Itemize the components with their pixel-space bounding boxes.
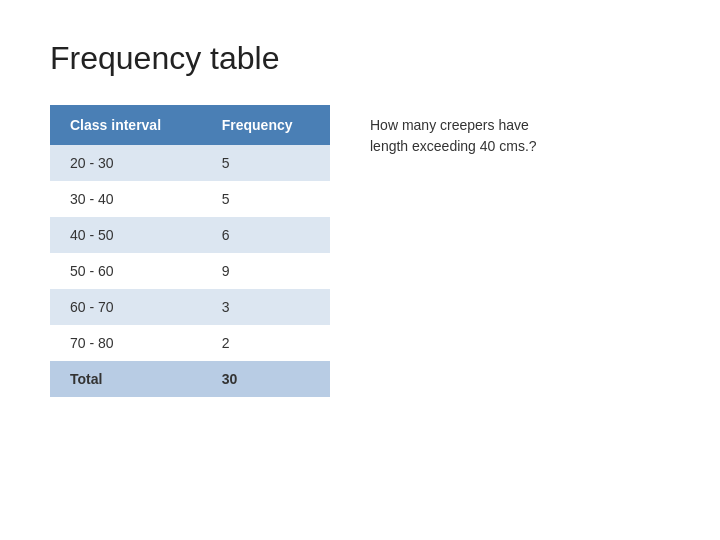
cell-interval: Total bbox=[50, 361, 202, 397]
table-row: 20 - 305 bbox=[50, 145, 330, 181]
side-note: How many creepers have length exceeding … bbox=[370, 115, 570, 157]
table-row: 30 - 405 bbox=[50, 181, 330, 217]
cell-frequency: 3 bbox=[202, 289, 330, 325]
table-row: Total30 bbox=[50, 361, 330, 397]
table-row: 60 - 703 bbox=[50, 289, 330, 325]
table-row: 50 - 609 bbox=[50, 253, 330, 289]
cell-frequency: 2 bbox=[202, 325, 330, 361]
table-wrapper: Class interval Frequency 20 - 30530 - 40… bbox=[50, 105, 330, 397]
header-frequency: Frequency bbox=[202, 105, 330, 145]
cell-frequency: 9 bbox=[202, 253, 330, 289]
cell-interval: 70 - 80 bbox=[50, 325, 202, 361]
cell-interval: 30 - 40 bbox=[50, 181, 202, 217]
page: Frequency table Class interval Frequency… bbox=[0, 0, 720, 540]
content-area: Class interval Frequency 20 - 30530 - 40… bbox=[50, 105, 670, 397]
cell-interval: 20 - 30 bbox=[50, 145, 202, 181]
table-row: 40 - 506 bbox=[50, 217, 330, 253]
table-header-row: Class interval Frequency bbox=[50, 105, 330, 145]
table-row: 70 - 802 bbox=[50, 325, 330, 361]
cell-frequency: 6 bbox=[202, 217, 330, 253]
cell-interval: 60 - 70 bbox=[50, 289, 202, 325]
frequency-table: Class interval Frequency 20 - 30530 - 40… bbox=[50, 105, 330, 397]
cell-interval: 40 - 50 bbox=[50, 217, 202, 253]
page-title: Frequency table bbox=[50, 40, 670, 77]
cell-interval: 50 - 60 bbox=[50, 253, 202, 289]
cell-frequency: 5 bbox=[202, 181, 330, 217]
header-class-interval: Class interval bbox=[50, 105, 202, 145]
table-body: 20 - 30530 - 40540 - 50650 - 60960 - 703… bbox=[50, 145, 330, 397]
cell-frequency: 5 bbox=[202, 145, 330, 181]
cell-frequency: 30 bbox=[202, 361, 330, 397]
